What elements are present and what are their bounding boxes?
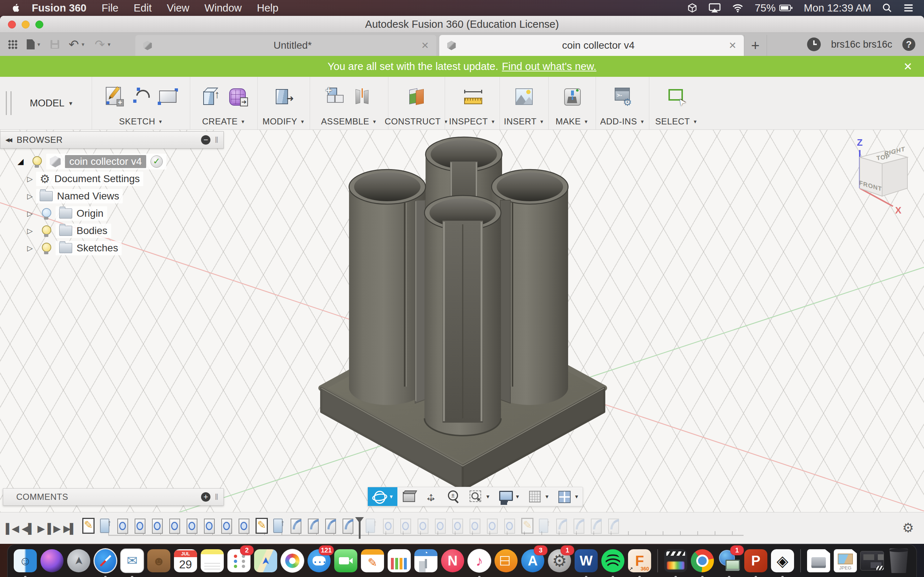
wifi-icon[interactable] [732, 3, 744, 13]
document-tab-2[interactable]: coin collector v4✕ [439, 35, 744, 56]
dock-item-unity[interactable] [771, 547, 795, 575]
dock-item-facetime[interactable] [334, 547, 358, 575]
menu-help[interactable]: Help [257, 2, 279, 14]
browser-grip-icon[interactable]: ‖ [215, 135, 218, 145]
dock-item-news[interactable]: N [441, 547, 465, 575]
user-account-label[interactable]: brs16c brs16c [831, 39, 892, 50]
dock-item-powerpoint[interactable]: P [744, 547, 768, 575]
timeline-feature-fillet-suppressed[interactable] [573, 517, 585, 534]
spotlight-icon[interactable] [882, 3, 892, 13]
viewcube-right-face[interactable] [882, 157, 908, 196]
timeline-feature-hole[interactable] [221, 517, 233, 534]
toolbar-section-label[interactable]: CONSTRUCT▼ [385, 116, 449, 127]
dock-item-photos[interactable] [281, 547, 304, 575]
battery-status[interactable]: 75% [755, 2, 793, 14]
disclosure-icon[interactable]: ▷ [24, 226, 36, 235]
timeline-feature-hole-suppressed[interactable] [417, 517, 429, 534]
apple-menu-icon[interactable] [11, 3, 20, 13]
timeline-settings-gear-icon[interactable]: ⚙ [902, 521, 914, 535]
toolbar-section-label[interactable]: SELECT▼ [655, 116, 698, 127]
dock-item-remote-meeting[interactable]: 1 [717, 547, 741, 575]
browser-header[interactable]: ◀◀ BROWSER − ‖ [0, 131, 224, 148]
go-to-end-icon[interactable]: ▶▌ [63, 523, 76, 534]
timeline-feature-extrude-suppressed[interactable] [538, 517, 551, 534]
timeline-feature-extrude[interactable] [273, 517, 285, 534]
dock-item-contacts[interactable] [147, 547, 171, 575]
timeline-feature-extrude-suppressed[interactable] [365, 517, 377, 534]
scripts-addins-icon[interactable] [612, 86, 633, 107]
dock-item-finder[interactable]: ☺ [13, 547, 37, 575]
3d-viewport[interactable]: Z X TOP FRONT RIGHT ◀◀ BROWSER − ‖ [0, 130, 924, 512]
coin-tube-left[interactable] [349, 169, 426, 405]
toolbar-section-label[interactable]: CREATE▼ [202, 116, 246, 127]
form-icon[interactable] [227, 86, 247, 107]
press-pull-icon[interactable] [274, 86, 294, 107]
timeline-feature-extrude[interactable] [99, 517, 111, 534]
browser-item-origin[interactable]: ▷Origin [0, 205, 224, 222]
view-cube[interactable]: Z X TOP FRONT RIGHT [839, 135, 914, 218]
dock-item-final-cut-pro[interactable] [664, 547, 688, 575]
redo-icon[interactable]: ↷▼ [95, 39, 111, 50]
step-back-icon[interactable]: ◀▌ [22, 523, 34, 534]
browser-item-bodies[interactable]: ▷Bodies [0, 222, 224, 239]
measure-icon[interactable] [462, 86, 483, 107]
browser-remove-icon[interactable]: − [201, 135, 210, 145]
nav-viewports-button[interactable]: ▼ [553, 487, 583, 506]
browser-item-sketches[interactable]: ▷Sketches [0, 239, 224, 257]
nav-zoom-button[interactable] [442, 487, 465, 506]
dock-item-file-disk-image[interactable] [807, 547, 830, 575]
timeline-feature-hole-suppressed[interactable] [382, 517, 394, 534]
dock-item-file-jpeg[interactable]: JPEG [834, 547, 857, 575]
make-print-icon[interactable] [562, 86, 582, 107]
disclosure-icon[interactable]: ▷ [24, 209, 36, 218]
timeline-feature-fillet-suppressed[interactable] [590, 517, 603, 534]
toolbar-section-label[interactable]: ASSEMBLE▼ [321, 116, 377, 127]
app-menu-fusion360[interactable]: Fusion 360 [32, 2, 87, 14]
nav-pan-button[interactable] [420, 487, 442, 506]
timeline-feature-hole-suppressed[interactable] [469, 517, 481, 534]
whats-new-link[interactable]: Find out what's new. [502, 61, 597, 73]
dock-item-trash[interactable] [887, 547, 911, 575]
document-tab-1[interactable]: Untitled*✕ [135, 35, 436, 56]
menu-edit[interactable]: Edit [134, 2, 152, 14]
construct-plane-icon[interactable] [406, 86, 426, 107]
dock-item-calendar[interactable]: JUL29 [174, 547, 197, 575]
menu-bar-clock[interactable]: Mon 12:39 AM [804, 2, 871, 14]
timeline-feature-fillet-suppressed[interactable] [607, 517, 620, 534]
app-grid-icon[interactable] [8, 40, 17, 49]
browser-item-document-settings[interactable]: ▷⚙Document Settings [0, 170, 224, 187]
chevron-down-icon[interactable]: ▼ [574, 494, 579, 500]
coin-tube-front[interactable] [425, 195, 501, 436]
add-comment-icon[interactable]: + [201, 492, 210, 501]
save-icon[interactable] [50, 40, 59, 49]
toolbar-section-label[interactable]: MODIFY▼ [262, 116, 305, 127]
dock-item-system-preferences[interactable]: 1 [548, 547, 571, 575]
timeline-feature-fillet[interactable] [307, 517, 320, 534]
timeline-playhead[interactable] [358, 517, 361, 539]
help-icon[interactable]: ? [902, 38, 915, 51]
timeline-feature-fillet-suppressed[interactable] [556, 517, 568, 534]
tab-close-icon[interactable]: ✕ [729, 40, 737, 51]
menu-file[interactable]: File [102, 2, 119, 14]
dock-item-word[interactable]: W [574, 547, 598, 575]
timeline-feature-fillet[interactable] [325, 517, 337, 534]
dock-item-mail[interactable] [120, 547, 144, 575]
dock-item-numbers[interactable] [387, 547, 411, 575]
disclosure-icon[interactable]: ▷ [24, 192, 36, 200]
disclosure-icon[interactable]: ▷ [24, 174, 36, 183]
timeline-feature-sketch[interactable] [82, 517, 94, 534]
timeline-feature-hole-suppressed[interactable] [452, 517, 464, 534]
banner-close-icon[interactable]: ✕ [903, 60, 913, 73]
unity-icon[interactable] [687, 3, 698, 13]
timeline-feature-hole-suppressed[interactable] [399, 517, 412, 534]
insert-image-icon[interactable] [514, 86, 534, 107]
chevron-down-icon[interactable]: ▼ [544, 494, 550, 500]
notification-center-icon[interactable] [903, 3, 914, 13]
dock-item-spotify[interactable] [601, 547, 625, 575]
step-forward-icon[interactable]: ▌▶ [48, 523, 60, 534]
visibility-bulb-icon[interactable] [41, 207, 50, 220]
browser-item-named-views[interactable]: ▷Named Views [0, 187, 224, 205]
nav-grid-layout-button[interactable]: ▼ [524, 487, 553, 506]
timeline-feature-hole[interactable] [238, 517, 250, 534]
timeline-feature-fillet[interactable] [290, 517, 302, 534]
